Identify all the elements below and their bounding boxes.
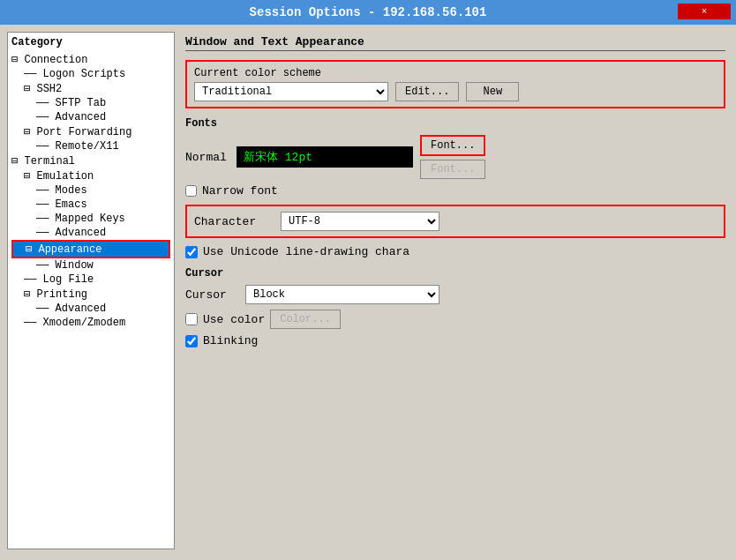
font-preview: 新宋体 12pt bbox=[237, 146, 413, 168]
cursor-label: Cursor bbox=[185, 288, 238, 302]
new-color-scheme-button[interactable]: New bbox=[466, 82, 519, 101]
normal-font-row: Normal 新宋体 12pt Font... Font... bbox=[185, 135, 725, 179]
blinking-checkbox[interactable] bbox=[185, 335, 198, 347]
color-button[interactable]: Color... bbox=[270, 310, 341, 329]
narrow-font-label: Narrow font bbox=[202, 184, 278, 198]
character-row: Character UTF-8 ASCII ISO-8859-1 GB2312 bbox=[185, 205, 725, 238]
right-panel: Window and Text Appearance Current color… bbox=[182, 32, 729, 549]
character-label: Character bbox=[194, 215, 274, 228]
category-label: Category bbox=[11, 36, 170, 49]
unicode-label: Use Unicode line-drawing chara bbox=[203, 245, 409, 258]
narrow-font-row: Narrow font bbox=[185, 184, 725, 198]
font-buttons: Font... Font... bbox=[420, 135, 485, 179]
narrow-font-checkbox[interactable] bbox=[185, 185, 197, 197]
use-color-row: Use color Color... bbox=[185, 310, 725, 329]
tree-item-terminal[interactable]: ⊟ Terminal bbox=[11, 153, 170, 168]
color-scheme-select[interactable]: Traditional Custom Solarized Monokai bbox=[194, 82, 388, 101]
tree-item-printing[interactable]: ⊟ Printing bbox=[11, 287, 170, 302]
use-color-label: Use color bbox=[203, 313, 265, 326]
tree-item-xmodem[interactable]: ── Xmodem/Zmodem bbox=[11, 316, 170, 330]
tree-item-mapped-keys[interactable]: ── Mapped Keys bbox=[11, 212, 170, 226]
color-scheme-row: Traditional Custom Solarized Monokai Edi… bbox=[194, 82, 717, 101]
tree-item-appearance[interactable]: ⊟ Appearance bbox=[11, 240, 170, 258]
narrow-font-button[interactable]: Font... bbox=[420, 160, 485, 179]
blinking-label: Blinking bbox=[203, 334, 258, 347]
tree-item-window[interactable]: ── Window bbox=[11, 258, 170, 273]
cursor-select[interactable]: Block Underline Vertical Bar bbox=[245, 285, 439, 304]
character-select[interactable]: UTF-8 ASCII ISO-8859-1 GB2312 bbox=[281, 212, 439, 231]
window-title: Session Options - 192.168.56.101 bbox=[250, 5, 487, 19]
cursor-section-title: Cursor bbox=[185, 267, 725, 280]
category-tree: ⊟ Connection── Logon Scripts⊟ SSH2── SFT… bbox=[11, 52, 170, 330]
tree-item-advanced-emulation[interactable]: ── Advanced bbox=[11, 226, 170, 240]
section-title: Window and Text Appearance bbox=[185, 35, 725, 51]
color-scheme-box: Current color scheme Traditional Custom … bbox=[185, 60, 725, 108]
tree-item-remote-x11[interactable]: ── Remote/X11 bbox=[11, 139, 170, 153]
color-scheme-label: Current color scheme bbox=[194, 67, 717, 79]
use-color-checkbox[interactable] bbox=[185, 313, 198, 325]
title-bar: Session Options - 192.168.56.101 × bbox=[0, 0, 736, 25]
unicode-checkbox[interactable] bbox=[185, 246, 198, 258]
cursor-section: Cursor Cursor Block Underline Vertical B… bbox=[185, 267, 725, 347]
fonts-label: Fonts bbox=[185, 117, 725, 130]
close-button[interactable]: × bbox=[678, 4, 731, 19]
tree-item-sftp-tab[interactable]: ── SFTP Tab bbox=[11, 96, 170, 110]
category-panel: Category ⊟ Connection── Logon Scripts⊟ S… bbox=[7, 32, 175, 549]
unicode-checkbox-row: Use Unicode line-drawing chara bbox=[185, 245, 725, 258]
tree-item-advanced-printing[interactable]: ── Advanced bbox=[11, 302, 170, 316]
tree-item-advanced-ssh2[interactable]: ── Advanced bbox=[11, 110, 170, 124]
tree-item-emacs[interactable]: ── Emacs bbox=[11, 198, 170, 212]
tree-item-emulation[interactable]: ⊟ Emulation bbox=[11, 168, 170, 183]
tree-item-logon-scripts[interactable]: ── Logon Scripts bbox=[11, 67, 170, 81]
tree-item-port-forwarding[interactable]: ⊟ Port Forwarding bbox=[11, 124, 170, 139]
blinking-row: Blinking bbox=[185, 334, 725, 347]
fonts-section: Fonts Normal 新宋体 12pt Font... Font... Na… bbox=[185, 117, 725, 198]
tree-item-connection[interactable]: ⊟ Connection bbox=[11, 52, 170, 67]
tree-item-modes[interactable]: ── Modes bbox=[11, 183, 170, 198]
tree-item-log-file[interactable]: ── Log File bbox=[11, 273, 170, 287]
tree-item-ssh2[interactable]: ⊟ SSH2 bbox=[11, 81, 170, 96]
normal-font-label: Normal bbox=[185, 151, 229, 164]
edit-color-scheme-button[interactable]: Edit... bbox=[395, 82, 459, 101]
font-button[interactable]: Font... bbox=[420, 135, 485, 156]
cursor-label-row: Cursor Block Underline Vertical Bar bbox=[185, 285, 725, 304]
